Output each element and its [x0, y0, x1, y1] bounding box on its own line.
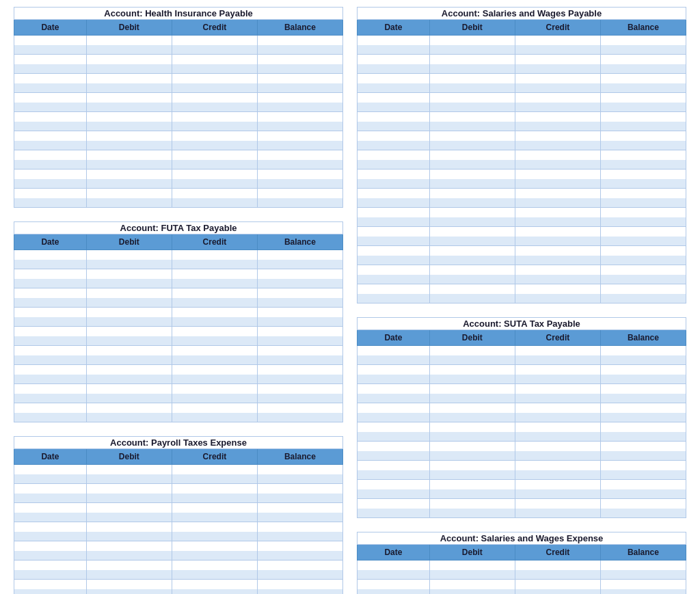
table-sub-row	[358, 470, 686, 480]
col-header-date: Date	[14, 234, 87, 250]
table-sub-row	[14, 64, 343, 74]
table-row	[14, 74, 343, 83]
table-row	[358, 93, 686, 103]
table-row	[14, 308, 343, 317]
table-row	[358, 265, 686, 275]
table-row	[358, 227, 686, 237]
table-sub-row	[358, 103, 686, 112]
left-column: Account: Health Insurance PayableDateDeb…	[14, 7, 343, 594]
account-title-futa-tax-payable: Account: FUTA Tax Payable	[14, 222, 343, 234]
table-row	[358, 189, 686, 198]
table-row	[14, 580, 343, 589]
table-sub-row	[358, 394, 686, 403]
table-sub-row	[358, 509, 686, 518]
table-sub-row	[14, 513, 343, 522]
table-sub-row	[358, 160, 686, 170]
table-row	[14, 55, 343, 64]
table-sub-row	[14, 413, 343, 422]
table-row	[14, 269, 343, 279]
table-row	[358, 365, 686, 375]
table-row	[14, 189, 343, 198]
col-header-credit: Credit	[172, 20, 257, 36]
table-sub-row	[358, 83, 686, 93]
table-row	[358, 112, 686, 122]
table-sub-row	[14, 394, 343, 403]
table-row	[358, 208, 686, 217]
table-sub-row	[14, 279, 343, 288]
table-sub-row	[14, 141, 343, 150]
table-sub-row	[358, 413, 686, 422]
table-sub-row	[358, 198, 686, 208]
col-header-balance: Balance	[257, 20, 342, 36]
account-table-health-insurance-payable: Account: Health Insurance PayableDateDeb…	[14, 7, 343, 208]
table-sub-row	[358, 375, 686, 384]
table-row	[14, 112, 343, 122]
table-row	[14, 403, 343, 413]
table-sub-row	[14, 122, 343, 131]
table-sub-row	[14, 45, 343, 55]
table-sub-row	[14, 375, 343, 384]
table-sub-row	[358, 122, 686, 131]
table-row	[358, 499, 686, 509]
col-header-date: Date	[358, 545, 430, 561]
table-sub-row	[14, 83, 343, 93]
table-sub-row	[14, 355, 343, 365]
account-title-health-insurance-payable: Account: Health Insurance Payable	[14, 8, 343, 20]
table-sub-row	[14, 551, 343, 561]
table-sub-row	[358, 355, 686, 365]
table-sub-row	[358, 217, 686, 227]
col-header-debit: Debit	[429, 20, 515, 36]
table-row	[14, 384, 343, 394]
table-row	[14, 465, 343, 474]
col-header-credit: Credit	[515, 20, 600, 36]
table-row	[358, 55, 686, 64]
table-sub-row	[14, 570, 343, 580]
table-row	[358, 384, 686, 394]
main-content: Account: Health Insurance PayableDateDeb…	[0, 0, 700, 594]
col-header-balance: Balance	[600, 20, 686, 36]
table-row	[14, 327, 343, 336]
table-suta-tax-payable: Account: SUTA Tax PayableDateDebitCredit…	[357, 317, 686, 518]
table-row	[14, 93, 343, 103]
col-header-credit: Credit	[515, 330, 600, 346]
table-row	[358, 561, 686, 570]
account-title-salaries-wages-expense: Account: Salaries and Wages Expense	[358, 532, 686, 545]
col-header-credit: Credit	[515, 545, 600, 561]
table-row	[14, 150, 343, 160]
account-table-payroll-taxes-expense: Account: Payroll Taxes ExpenseDateDebitC…	[14, 436, 343, 594]
table-row	[14, 541, 343, 551]
table-row	[358, 170, 686, 179]
table-futa-tax-payable: Account: FUTA Tax PayableDateDebitCredit…	[14, 221, 343, 422]
table-sub-row	[358, 451, 686, 461]
table-row	[14, 131, 343, 141]
account-table-futa-tax-payable: Account: FUTA Tax PayableDateDebitCredit…	[14, 221, 343, 422]
table-sub-row	[14, 179, 343, 189]
account-title-salaries-wages-payable: Account: Salaries and Wages Payable	[358, 8, 686, 20]
col-header-balance: Balance	[600, 545, 686, 561]
table-sub-row	[14, 317, 343, 327]
col-header-date: Date	[358, 330, 430, 346]
table-sub-row	[14, 532, 343, 541]
table-row	[14, 36, 343, 45]
col-header-balance: Balance	[257, 449, 342, 465]
col-header-balance: Balance	[600, 330, 686, 346]
account-title-suta-tax-payable: Account: SUTA Tax Payable	[358, 318, 686, 330]
col-header-debit: Debit	[86, 20, 172, 36]
table-row	[358, 480, 686, 489]
table-sub-row	[14, 103, 343, 112]
table-row	[14, 522, 343, 532]
col-header-date: Date	[14, 449, 87, 465]
col-header-credit: Credit	[172, 234, 257, 250]
table-sub-row	[14, 336, 343, 346]
table-sub-row	[358, 432, 686, 442]
col-header-balance: Balance	[257, 234, 342, 250]
table-row	[358, 403, 686, 413]
table-row	[14, 365, 343, 375]
col-header-credit: Credit	[172, 449, 257, 465]
table-sub-row	[14, 198, 343, 208]
account-table-salaries-wages-expense: Account: Salaries and Wages ExpenseDateD…	[357, 532, 686, 594]
table-row	[358, 74, 686, 83]
table-row	[358, 284, 686, 294]
table-payroll-taxes-expense: Account: Payroll Taxes ExpenseDateDebitC…	[14, 436, 343, 594]
table-sub-row	[358, 489, 686, 499]
